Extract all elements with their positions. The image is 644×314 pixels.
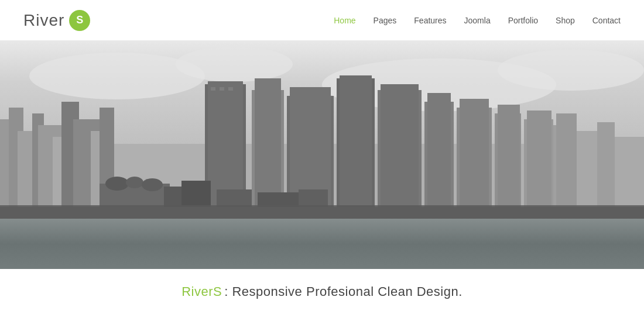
logo[interactable]: River S: [23, 10, 90, 31]
main-nav: Home Pages Features Joomla Portfolio Sho…: [334, 16, 621, 25]
pier-area: [0, 205, 644, 219]
tagline-brand: RiverS: [181, 284, 222, 299]
svg-rect-38: [597, 122, 615, 219]
hero-section: [0, 41, 644, 269]
svg-rect-16: [211, 87, 215, 91]
nav-item-pages[interactable]: Pages: [374, 16, 397, 25]
site-header: River S Home Pages Features Joomla Portf…: [0, 0, 644, 41]
nav-item-contact[interactable]: Contact: [592, 16, 621, 25]
nav-item-features[interactable]: Features: [414, 16, 446, 25]
logo-text: River: [23, 11, 64, 30]
logo-badge: S: [69, 10, 90, 31]
svg-rect-32: [498, 105, 520, 219]
hero-water: [0, 219, 644, 269]
svg-rect-30: [460, 99, 489, 219]
svg-rect-34: [527, 111, 551, 219]
skyline-illustration: [0, 73, 644, 219]
nav-item-shop[interactable]: Shop: [556, 16, 575, 25]
svg-point-13: [142, 178, 163, 191]
tagline-section: RiverS : Responsive Profesional Clean De…: [0, 269, 644, 314]
svg-rect-28: [427, 93, 451, 219]
svg-rect-17: [220, 87, 224, 91]
nav-item-home[interactable]: Home: [334, 16, 355, 25]
svg-point-12: [126, 177, 143, 188]
tagline-text: : Responsive Profesional Clean Design.: [224, 284, 463, 299]
svg-rect-26: [381, 84, 419, 219]
svg-rect-18: [228, 87, 233, 91]
nav-item-joomla[interactable]: Joomla: [464, 16, 491, 25]
svg-rect-36: [556, 113, 577, 219]
nav-item-portfolio[interactable]: Portfolio: [508, 16, 538, 25]
svg-point-11: [105, 177, 129, 191]
svg-rect-24: [340, 75, 372, 219]
